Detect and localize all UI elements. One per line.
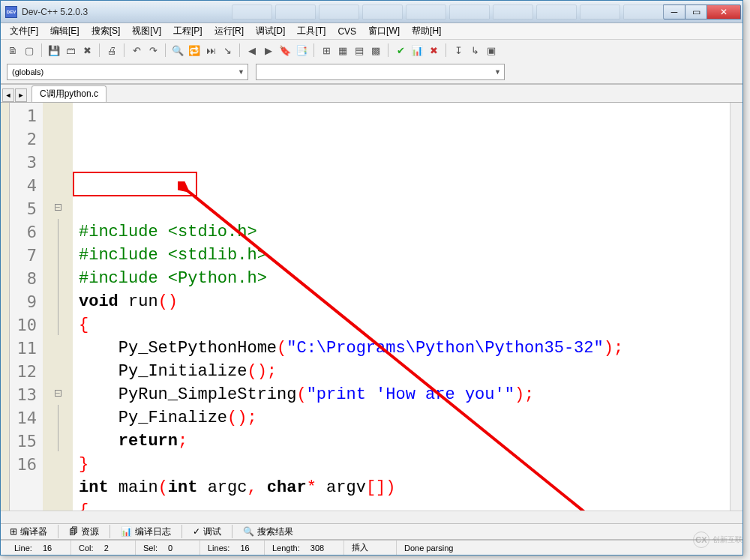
code-line[interactable]: return; (73, 430, 730, 453)
tab-next-button[interactable]: ► (15, 88, 27, 102)
close-file-icon[interactable]: ✖ (80, 43, 94, 58)
bottom-tab[interactable]: ⊞编译器 (4, 524, 53, 540)
fold-gutter[interactable]: −− (43, 103, 73, 511)
step-out-icon[interactable]: ▣ (484, 43, 499, 58)
menu-item[interactable]: 搜索[S] (86, 23, 127, 39)
document-tab-strip: ◄ ► C调用python.c (1, 85, 742, 103)
code-line[interactable]: #include <Python.h> (73, 267, 730, 290)
window-title: Dev-C++ 5.2.0.3 (22, 7, 232, 17)
close-button[interactable]: ✕ (706, 4, 741, 19)
breakpoint-gutter[interactable] (1, 103, 10, 511)
code-line[interactable]: int main(int argc, char* argv[]) (73, 476, 730, 499)
bookmark-icon[interactable]: 🔖 (278, 43, 292, 58)
tab-prev-button[interactable]: ◄ (2, 88, 14, 102)
undo-icon[interactable]: ↶ (129, 43, 144, 58)
horizontal-scrollbar[interactable] (1, 511, 742, 523)
scope-combo[interactable]: (globals) (7, 64, 248, 80)
save-all-icon[interactable]: 🗃 (63, 43, 78, 58)
code-area[interactable]: #include <stdio.h>#include <stdlib.h>#in… (73, 103, 730, 511)
print-icon[interactable]: 🖨 (104, 43, 119, 58)
tab-icon: ⊞ (10, 526, 17, 537)
run-icon[interactable]: ▦ (335, 43, 350, 58)
menu-item[interactable]: 调试[D] (250, 23, 291, 39)
debug-check-icon[interactable]: ✔ (393, 43, 408, 58)
menu-item[interactable]: 视图[V] (126, 23, 167, 39)
watermark: CX创新互联 (693, 532, 742, 548)
find-icon[interactable]: 🔍 (170, 43, 185, 58)
code-line[interactable]: PyRun_SimpleString("print 'How are you'"… (73, 383, 730, 406)
toolbar-area: 🗎 ▢ 💾 🗃 ✖ 🖨 ↶ ↷ 🔍 🔁 ⏭ (1, 40, 742, 85)
tab-icon: 📊 (121, 526, 132, 537)
menu-bar: 文件[F]编辑[E]搜索[S]视图[V]工程[P]运行[R]调试[D]工具[T]… (1, 23, 742, 40)
app-icon (5, 6, 17, 18)
bottom-panel-tabs: ⊞编译器🗐资源📊编译日志✓调试🔍搜索结果 (1, 523, 742, 540)
step-over-icon[interactable]: ↧ (451, 43, 466, 58)
tab-icon: 🔍 (243, 526, 254, 537)
editor: 12345678910111213141516 −− #include <std… (1, 103, 742, 511)
menu-item[interactable]: 窗口[W] (362, 23, 406, 39)
menu-item[interactable]: 工程[P] (167, 23, 208, 39)
minimize-button[interactable]: ─ (663, 4, 686, 19)
bottom-tab[interactable]: 🔍搜索结果 (237, 524, 299, 540)
code-line[interactable]: { (73, 499, 730, 511)
menu-item[interactable]: 帮助[H] (406, 23, 447, 39)
rebuild-icon[interactable]: ▩ (368, 43, 383, 58)
file-tab[interactable]: C调用python.c (32, 85, 106, 102)
menu-item[interactable]: 编辑[E] (44, 23, 86, 39)
code-line[interactable]: Py_Finalize(); (73, 406, 730, 430)
goto-icon[interactable]: ↘ (220, 43, 235, 58)
bottom-tab[interactable]: ✓调试 (187, 524, 227, 540)
redo-icon[interactable]: ↷ (146, 43, 160, 58)
compile-icon[interactable]: ⊞ (319, 43, 334, 58)
background-tabs (232, 4, 664, 19)
save-icon[interactable]: 💾 (46, 43, 62, 58)
code-line[interactable]: #include <stdlib.h> (73, 244, 730, 267)
code-line[interactable]: Py_Initialize(); (73, 360, 730, 383)
menu-item[interactable]: CVS (332, 25, 362, 38)
step-into-icon[interactable]: ↳ (467, 43, 482, 58)
code-line[interactable]: } (73, 453, 730, 476)
code-line[interactable]: { (73, 313, 730, 337)
status-bar: Line: 16 Col: 2 Sel: 0 Lines: 16 Length:… (1, 540, 742, 555)
member-combo[interactable] (256, 64, 505, 80)
code-line[interactable]: Py_SetPythonHome("C:\Programs\Python\Pyt… (73, 337, 730, 360)
annotation-box (73, 172, 197, 196)
bottom-tab[interactable]: 📊编译日志 (115, 524, 177, 540)
menu-item[interactable]: 运行[R] (208, 23, 250, 39)
vertical-scrollbar[interactable] (730, 103, 742, 511)
title-bar: Dev-C++ 5.2.0.3 ─ ▭ ✕ (1, 1, 742, 23)
code-line[interactable]: void run() (73, 290, 730, 313)
replace-icon[interactable]: 🔁 (187, 43, 202, 58)
code-line[interactable]: #include <stdio.h> (73, 220, 730, 244)
menu-item[interactable]: 工具[T] (291, 23, 332, 39)
stop-icon[interactable]: ✖ (426, 43, 441, 58)
line-number-gutter: 12345678910111213141516 (10, 103, 43, 511)
forward-icon[interactable]: ▶ (261, 43, 276, 58)
new-project-icon[interactable]: ▢ (22, 43, 37, 58)
menu-item[interactable]: 文件[F] (4, 23, 44, 39)
bottom-tab[interactable]: 🗐资源 (63, 524, 105, 540)
toolbar-row-1: 🗎 ▢ 💾 🗃 ✖ 🖨 ↶ ↷ 🔍 🔁 ⏭ (1, 40, 742, 61)
find-next-icon[interactable]: ⏭ (203, 43, 218, 58)
tab-icon: ✓ (193, 526, 200, 537)
maximize-button[interactable]: ▭ (685, 4, 707, 19)
bookmark2-icon[interactable]: 📑 (294, 43, 309, 58)
app-window: Dev-C++ 5.2.0.3 ─ ▭ ✕ 文件[F]编辑[E]搜索[S]视图[… (0, 0, 743, 556)
new-file-icon[interactable]: 🗎 (5, 43, 20, 58)
back-icon[interactable]: ◀ (244, 43, 260, 58)
compile-run-icon[interactable]: ▤ (352, 43, 367, 58)
tab-icon: 🗐 (69, 526, 78, 537)
profile-icon[interactable]: 📊 (410, 43, 424, 58)
